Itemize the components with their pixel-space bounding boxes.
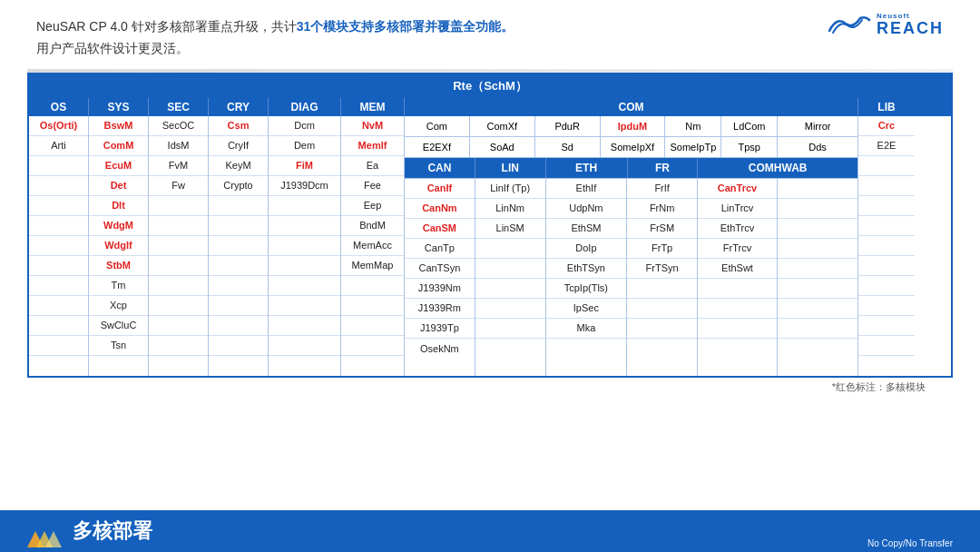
- cell-fw: Fw: [149, 176, 208, 196]
- sub-header-eth: ETH: [546, 158, 628, 178]
- col-header-mem: MEM: [341, 98, 405, 116]
- cell-ea: Ea: [341, 156, 404, 176]
- cell-lib-e1: [858, 156, 915, 176]
- cell-oseknm: OsekNm: [405, 339, 475, 359]
- cell-sd: Sd: [535, 137, 601, 157]
- col-header-com: COM: [405, 98, 858, 116]
- cell-j1939tp: J1939Tp: [405, 319, 475, 339]
- cell-mem-e3: [341, 316, 404, 336]
- cell-crc: Crc: [858, 116, 915, 136]
- cell-arti: Arti: [29, 136, 88, 156]
- cell-diag-e5: [269, 276, 340, 296]
- header-line2: 用户产品软件设计更灵活。: [36, 38, 514, 60]
- cell-wdgif: WdgIf: [89, 236, 148, 256]
- cell-pdur: PduR: [535, 116, 601, 136]
- cell-comhwab-r4: [778, 239, 858, 259]
- header: NeuSAR CP 4.0 针对多核部署重点升级，共计31个模块支持多核部署并覆…: [0, 0, 980, 69]
- cell-cryif: CryIf: [209, 136, 268, 156]
- main-content: Rte（SchM） OS SYS SEC CRY DIAG MEM COM LI…: [0, 73, 980, 510]
- cell-sec-e7: [149, 316, 208, 336]
- cell-os-empty1: [29, 156, 88, 176]
- cell-sec-e6: [149, 296, 208, 316]
- cell-ipsec: IpSec: [546, 299, 627, 319]
- cell-fvm: FvM: [149, 156, 208, 176]
- cell-dlt: Dlt: [89, 196, 148, 216]
- cell-mem-e5: [341, 356, 404, 376]
- footer-note-text: *红色标注：多核模块: [832, 381, 926, 392]
- cell-cry-e6: [209, 296, 268, 316]
- cell-comhwab-e4: [698, 339, 777, 359]
- cell-e2e: E2E: [858, 136, 915, 156]
- col-header-sys: SYS: [89, 98, 149, 116]
- cell-diag-e1: [269, 196, 340, 216]
- cell-cry-e5: [209, 276, 268, 296]
- col-lib: Crc E2E: [858, 116, 915, 376]
- col-header-sec: SEC: [149, 98, 209, 116]
- col-mem: NvM MemIf Ea Fee Eep BndM MemAcc MemMap: [341, 116, 405, 376]
- cell-cry-e2: [209, 216, 268, 236]
- col-header-diag: DIAG: [269, 98, 341, 116]
- com-sub-headers: CAN LIN ETH FR COMHWAB: [405, 158, 858, 179]
- cell-crypto: Crypto: [209, 176, 268, 196]
- cell-lin-e3: [475, 279, 545, 299]
- cell-diag-e9: [269, 356, 340, 376]
- cell-cry-e7: [209, 316, 268, 336]
- cell-lib-e5: [858, 236, 915, 256]
- cell-diag-e6: [269, 296, 340, 316]
- cell-mem-e2: [341, 296, 404, 316]
- cell-ethtsyn: EthTSyn: [546, 259, 627, 279]
- cell-comhwab-e3: [698, 319, 777, 339]
- cell-lib-e10: [858, 336, 915, 356]
- cell-comhwab-r6: [778, 279, 858, 299]
- cell-nvm: NvM: [341, 116, 404, 136]
- cell-eth-e1: [546, 339, 627, 359]
- cell-ipdum: IpduM: [601, 116, 666, 136]
- col-eth: EthIf UdpNm EthSM DoIp EthTSyn TcpIp(Tls…: [546, 179, 628, 376]
- cell-comhwab-r2: [778, 199, 858, 219]
- cell-j1939dcm: J1939Dcm: [269, 176, 340, 196]
- sub-header-comhwab: COMHWAB: [698, 158, 858, 178]
- cell-os-empty6: [29, 256, 88, 276]
- cell-comhwab-r1: [778, 179, 858, 199]
- header-highlight: 31个模块支持多核部署并覆盖全功能。: [297, 19, 514, 34]
- col-cry: Csm CryIf KeyM Crypto: [209, 116, 269, 376]
- cell-mka: Mka: [546, 319, 627, 339]
- cell-memacc: MemAcc: [341, 236, 404, 256]
- cell-lib-e2: [858, 176, 915, 196]
- cell-dem: Dem: [269, 136, 340, 156]
- cell-sec-e2: [149, 216, 208, 236]
- cell-diag-e8: [269, 336, 340, 356]
- cell-frnm: FrNm: [627, 199, 697, 219]
- com-data-rows: CanIf CanNm CanSM CanTp CanTSyn J1939Nm …: [405, 179, 858, 376]
- col-sys: BswM ComM EcuM Det Dlt WdgM WdgIf StbM T…: [89, 116, 149, 376]
- cell-tpsp: Tpsp: [721, 137, 778, 157]
- cell-frif: FrIf: [627, 179, 697, 199]
- cell-sec-e1: [149, 196, 208, 216]
- cell-diag-e4: [269, 256, 340, 276]
- cell-xcp: Xcp: [89, 296, 148, 316]
- cell-fee: Fee: [341, 176, 404, 196]
- cell-secoc: SecOC: [149, 116, 208, 136]
- cell-keym: KeyM: [209, 156, 268, 176]
- cell-ethsm: EthSM: [546, 219, 627, 239]
- sub-header-fr: FR: [628, 158, 699, 178]
- cell-lintrcv: LinTrcv: [698, 199, 777, 219]
- cell-lib-e11: [858, 356, 915, 376]
- cell-ethtrcv: EthTrcv: [698, 219, 777, 239]
- cell-memmap: MemMap: [341, 256, 404, 276]
- cell-sec-e3: [149, 236, 208, 256]
- cell-lin-e4: [475, 299, 545, 319]
- cell-os-empty11: [29, 356, 88, 376]
- cell-os-empty8: [29, 296, 88, 316]
- cell-lin-e6: [475, 339, 545, 359]
- cell-comhwab-r5: [778, 259, 858, 279]
- cell-e2exf: E2EXf: [405, 137, 470, 157]
- cell-wdgm: WdgM: [89, 216, 148, 236]
- cell-cantsyn: CanTSyn: [405, 259, 475, 279]
- cell-linsm: LinSM: [475, 219, 545, 239]
- cell-cantrcv: CanTrcv: [698, 179, 777, 199]
- cell-os-empty9: [29, 316, 88, 336]
- cell-someipxf: SomeIpXf: [601, 137, 666, 157]
- cell-idsm: IdsM: [149, 136, 208, 156]
- cell-sec-e5: [149, 276, 208, 296]
